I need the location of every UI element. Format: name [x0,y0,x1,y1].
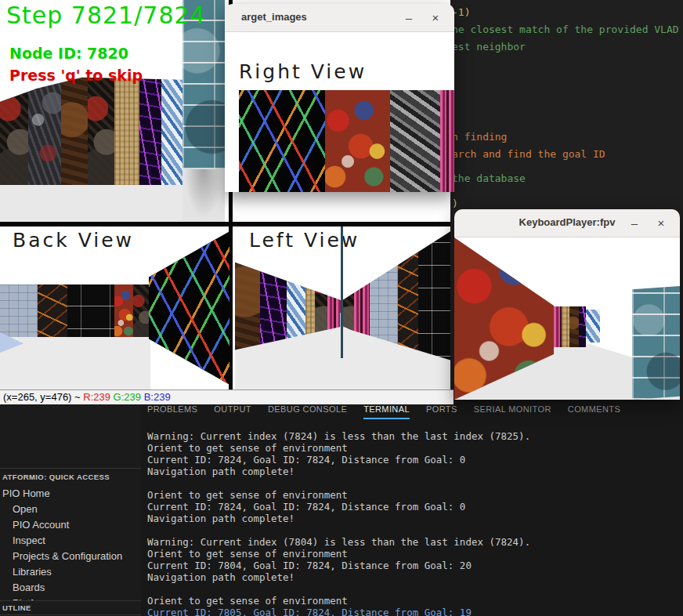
sidebar-item-projects-configuration[interactable]: Projects & Configuration [0,549,141,564]
bottom-panel: PROBLEMSOUTPUTDEBUG CONSOLETERMINALPORTS… [141,400,683,616]
texture-red-paint [325,90,390,192]
texture-dark-chaos [133,284,150,339]
overlay-node-id: Node ID: 7820 [9,45,128,62]
terminal-line-orient-to-get-sense-of-environment: Orient to get sense of environment [147,548,680,560]
target-images-title: arget_images [241,11,307,23]
code-line: arch and find the goal ID [452,148,605,161]
panel-tab-bar: PROBLEMSOUTPUTDEBUG CONSOLETERMINALPORTS… [147,402,620,419]
outline-section[interactable]: UTLINE [0,600,141,615]
terminal-line-blank [147,477,680,489]
code-line: -1) [452,6,470,19]
tab-ports[interactable]: PORTS [426,402,457,419]
overlay-skip-hint: Press 'q' to skip [9,67,143,84]
texture-purple-grid [139,75,161,187]
front-view-floor-shadow [182,169,225,222]
minimize-button[interactable]: – [401,10,417,26]
terminal-line-blank [147,524,680,536]
tab-comments[interactable]: COMMENTS [568,402,620,419]
texture-brown [569,306,579,347]
terminal-line-current-id-7805-goal-id-7824-distance-from-goal-19: Current ID: 7805, Goal ID: 7824, Distanc… [147,607,680,616]
tab-output[interactable]: OUTPUT [214,402,251,419]
texture-blue-stripe [161,75,182,187]
back-view-floor [0,337,150,390]
texture-laser-lattice [239,90,325,192]
tab-terminal[interactable]: TERMINAL [363,402,410,419]
tab-problems[interactable]: PROBLEMS [147,402,197,419]
terminal-line-orient-to-get-sense-of-environment: Orient to get sense of environment [147,489,680,501]
texture-dark-chaos [0,75,28,187]
texture-crackle [38,284,67,339]
quick-access-header: ATFORMIO: QUICK ACCESS [2,473,110,481]
texture-dark-chaos [88,75,114,187]
terminal-line-navigation-path-complete: Navigation path complete! [147,466,680,477]
front-view-wall [0,75,182,187]
back-view-wall [0,284,150,339]
fpv-title: KeyboardPlayer:fpv [454,216,680,228]
terminal-line-current-id-7824-goal-id-7824-distance-from-goal-0: Current ID: 7824, Goal ID: 7824, Distanc… [147,501,680,513]
left-view-center-edge [341,226,343,358]
sidebar-divider [0,468,141,469]
desktop: -1) he closest match of the provided VLA… [0,0,683,616]
texture-brown [61,75,88,187]
sidebar-item-libraries[interactable]: Libraries [0,564,141,580]
target-images-titlebar[interactable]: arget_images – × [225,4,454,32]
terminal-line-current-id-7804-goal-id-7824-distance-from-goal-20: Current ID: 7804, Goal ID: 7824, Distanc… [147,560,680,571]
tab-debug-console[interactable]: DEBUG CONSOLE [268,402,347,419]
sidebar-item-list: PIO HomeOpenPIO AccountInspectProjects &… [0,486,141,611]
fpv-brick-wall [632,286,680,400]
code-line: est neighbor [452,41,526,53]
tab-serial-monitor[interactable]: SERIAL MONITOR [474,402,551,419]
texture-blue-stripe [586,310,600,342]
sidebar-item-open[interactable]: Open [0,502,141,517]
terminal-line-warning-current-index-7824-is-less-than-the-last-index-7825: Warning: Current index (7824) is less th… [147,430,680,442]
terminal-line-warning-current-index-7804-is-less-than-the-last-index-7824: Warning: Current index (7804) is less th… [147,536,680,548]
texture-blackboard [67,284,114,339]
pixel-red-value: R:239 [83,391,110,403]
left-view-label: Left View [249,229,360,252]
fpv-content [454,237,680,400]
terminal-line-blank [147,583,680,595]
code-line: h finding [452,131,507,143]
outline-header: UTLINE [2,603,31,612]
sidebar-item-inspect[interactable]: Inspect [0,533,141,549]
texture-gray-geometric [390,90,440,192]
pixel-blue-value: B:239 [144,391,171,403]
texture-pink-knit [440,90,454,192]
sidebar-item-pio-home[interactable]: PIO Home [0,486,141,502]
texture-red-paint [114,284,133,339]
terminal-line-navigation-path-complete: Navigation path complete! [147,571,680,583]
right-view-label: Right View [239,60,367,83]
texture-pink-knit [554,306,562,347]
terminal-output[interactable]: Warning: Current index (7824) is less th… [147,430,680,616]
sidebar-item-boards[interactable]: Boards [0,580,141,596]
texture-tan [562,306,569,347]
terminal-line-current-id-7824-goal-id-7824-distance-from-goal-0: Current ID: 7824, Goal ID: 7824, Distanc… [147,454,680,466]
terminal-line-navigation-path-complete: Navigation path complete! [147,513,680,524]
view-divider-horizontal [0,222,450,226]
code-line: he closest match of the provided VLAD f [452,24,683,36]
close-button[interactable]: × [653,216,669,231]
fpv-titlebar[interactable]: KeyboardPlayer:fpv – × [454,209,680,237]
terminal-line-orient-to-get-sense-of-environment: Orient to get sense of environment [147,442,680,454]
back-view-label: Back View [13,229,134,252]
pixel-coords: (x=265, y=476) ~ [3,391,83,403]
fpv-center-wall [554,306,586,347]
front-view-floor [0,185,182,222]
sidebar-item-pio-account[interactable]: PIO Account [0,517,141,533]
back-view-laser-wall [149,226,229,390]
overlay-step-counter: Step 7821/7824 [6,2,206,29]
pixel-status-bar: (x=265, y=476) ~ R:239 G:239 B:239 [0,390,454,404]
minimize-button[interactable]: – [627,216,642,231]
texture-tan [114,75,139,187]
target-images-content: Right View [225,32,454,192]
keyboard-player-fpv-window[interactable]: KeyboardPlayer:fpv – × [454,209,680,400]
terminal-line-orient-to-get-sense-of-environment: Orient to get sense of environment [147,595,680,607]
texture-math-paper [0,284,38,339]
texture-purple-grid [579,306,586,347]
close-button[interactable]: × [428,10,443,26]
platformio-sidebar: ATFORMIO: QUICK ACCESS PIO HomeOpenPIO A… [0,400,142,616]
texture-graffiti [28,75,61,187]
target-image-strip [239,90,454,192]
code-line: the database [452,172,526,185]
target-images-window[interactable]: arget_images – × Right View [225,4,454,192]
